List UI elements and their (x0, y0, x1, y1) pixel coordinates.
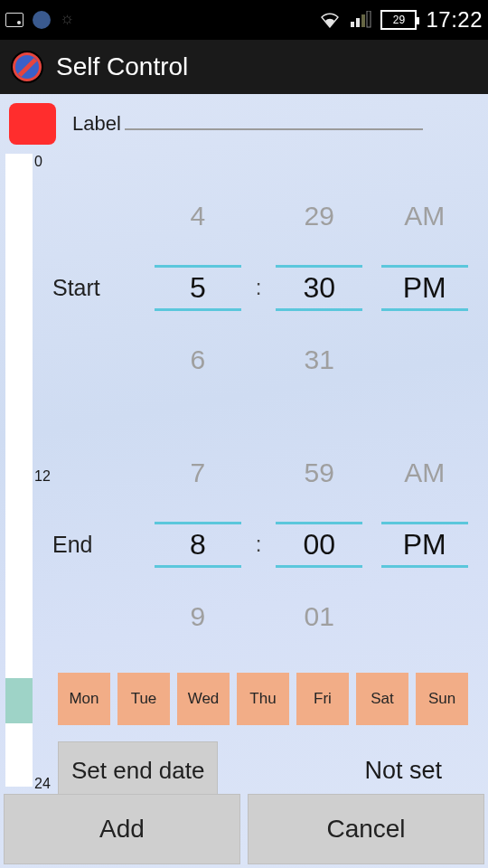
end-date-value: Not set (364, 757, 442, 785)
cancel-button[interactable]: Cancel (248, 794, 484, 864)
end-minute-next[interactable]: 01 (267, 595, 372, 632)
end-hour-prev[interactable]: 7 (145, 458, 251, 495)
start-ampm-prev[interactable]: AM (371, 201, 477, 238)
day-fri[interactable]: Fri (296, 673, 349, 725)
time-separator: : (250, 532, 267, 557)
start-hour-next[interactable]: 6 (145, 338, 251, 375)
day-sat[interactable]: Sat (356, 673, 408, 725)
day-thu[interactable]: Thu (237, 673, 289, 725)
timeline-tick-12: 12 (34, 468, 51, 485)
end-ampm-prev[interactable]: AM (371, 458, 477, 495)
globe-icon (33, 11, 51, 29)
label-field-title: Label (72, 112, 121, 136)
start-ampm[interactable]: PM (371, 265, 477, 311)
svg-rect-3 (367, 11, 371, 27)
svg-rect-2 (361, 14, 365, 27)
start-minute[interactable]: 30 (267, 265, 372, 311)
wifi-icon (319, 11, 341, 29)
signal-icon: 1 (350, 11, 371, 29)
end-label: End (52, 532, 145, 558)
app-bar: Self Control (0, 40, 488, 94)
color-chip[interactable] (9, 103, 56, 145)
end-ampm[interactable]: PM (371, 522, 477, 568)
start-label: Start (52, 275, 145, 301)
add-button[interactable]: Add (4, 794, 240, 864)
time-separator: : (250, 275, 267, 300)
end-minute-prev[interactable]: 59 (267, 458, 372, 495)
timeline-tick-0: 0 (34, 154, 42, 170)
battery-level: 29 (393, 14, 405, 26)
app-title: Self Control (56, 52, 188, 81)
svg-rect-1 (356, 18, 360, 27)
clock: 17:22 (426, 7, 483, 33)
picture-icon (5, 13, 23, 27)
end-minute[interactable]: 00 (267, 522, 372, 568)
start-minute-prev[interactable]: 29 (267, 201, 372, 238)
day-sun[interactable]: Sun (416, 673, 468, 725)
app-icon (11, 51, 43, 83)
end-time-picker: 7 59 AM End 8 : 00 PM 9 01 (52, 441, 477, 647)
timeline-filled (5, 678, 33, 723)
content-area: Label 0 12 24 4 29 AM Start 5 : 30 PM 6 … (0, 94, 488, 868)
label-input[interactable] (125, 128, 423, 130)
start-time-picker: 4 29 AM Start 5 : 30 PM 6 31 (52, 184, 477, 391)
days-row: Mon Tue Wed Thu Fri Sat Sun (58, 673, 468, 725)
day-tue[interactable]: Tue (117, 673, 170, 725)
day-mon[interactable]: Mon (58, 673, 110, 725)
timeline-track (5, 154, 33, 787)
start-hour-prev[interactable]: 4 (145, 201, 251, 238)
end-hour[interactable]: 8 (145, 522, 251, 568)
start-minute-next[interactable]: 31 (267, 338, 372, 375)
day-wed[interactable]: Wed (177, 673, 230, 725)
svg-rect-0 (351, 22, 354, 27)
end-hour-next[interactable]: 9 (145, 595, 251, 632)
battery-icon: 29 (380, 10, 417, 30)
start-hour[interactable]: 5 (145, 265, 251, 311)
status-bar: 1 29 17:22 (0, 0, 488, 40)
brightness-icon (60, 12, 76, 28)
